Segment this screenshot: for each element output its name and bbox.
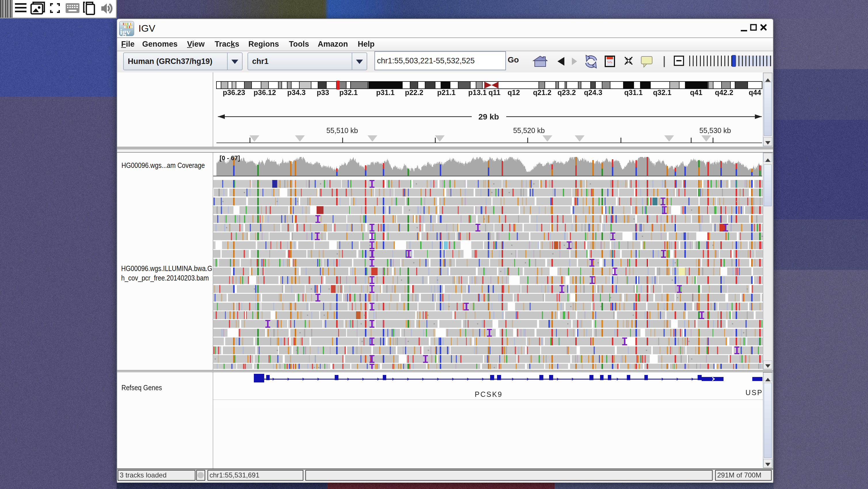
svg-text:igv: igv bbox=[120, 27, 130, 36]
